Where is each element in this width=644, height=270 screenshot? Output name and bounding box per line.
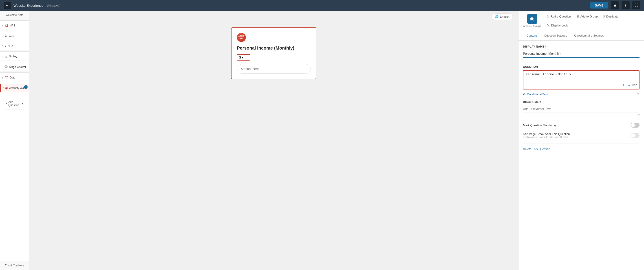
amount-input[interactable] <box>237 64 310 73</box>
panel-header: ◉ | Amount / Value ⊘ Retire Question ⊞ A… <box>518 11 644 31</box>
top-bar: ← Website Experience (Unsaved) SAVE 🖥 ⋮ … <box>0 0 644 11</box>
sidebar-item-single-answer[interactable]: 5 Ⓐ Single Answer <box>0 63 29 71</box>
monitor-button[interactable]: 🖥 <box>611 1 619 9</box>
panel-content: DISPLAY NAME* 2 QUESTION Personal Income… <box>518 41 644 270</box>
add-icon: + <box>6 102 8 105</box>
panel-tabs: Content Question Settings Questionnaire … <box>518 31 644 41</box>
question-char-counter: 25 <box>637 92 640 95</box>
item-number-1: 1 <box>2 24 3 27</box>
header-actions: ⊘ Retire Question ⊞ Add to Group ⎘ Dupli… <box>546 14 640 27</box>
company-logo: ACMEDemo <box>237 33 246 42</box>
add-question-wrapper: + Add Question ▾ <box>0 94 29 113</box>
duplicate-label: Duplicate <box>606 15 618 18</box>
smiley-label: Smiley <box>9 55 17 58</box>
tab-question-settings[interactable]: Question Settings <box>540 31 571 40</box>
tab-content[interactable]: Content <box>523 31 540 40</box>
mandatory-toggle[interactable] <box>630 123 640 128</box>
sidebar-item-thankyou[interactable]: Thank You Note <box>0 261 29 270</box>
sidebar-item-ces[interactable]: 2 ★ CES <box>0 32 29 40</box>
add-question-button[interactable]: + Add Question ▾ <box>4 98 25 109</box>
currency-dropdown-icon: ▾ <box>242 56 244 59</box>
logo-text: ACMEDemo <box>238 35 244 40</box>
sidebar-item-welcome[interactable]: Welcome Note <box>0 11 29 19</box>
conditional-text-label: Conditional Text <box>527 93 548 96</box>
page-break-sublabel: Enable paged layout to add Page Breaks <box>523 136 570 138</box>
question-input-actions: ↻ ☁ IVR <box>526 83 637 87</box>
sidebar-item-csat[interactable]: 3 ♥ CSAT <box>0 42 29 50</box>
conditional-text-button[interactable]: ⚙ Conditional Text <box>523 93 548 96</box>
display-logic-icon: ⛏ <box>546 23 550 27</box>
ces-label: CES <box>9 34 14 37</box>
preview-card: ACMEDemo Personal Income (Monthly) $ ▾ <box>231 27 316 79</box>
required-asterisk: * <box>545 45 546 48</box>
display-name-group: DISPLAY NAME* 2 <box>523 45 640 61</box>
right-panel: ◉ | Amount / Value ⊘ Retire Question ⊞ A… <box>518 11 644 270</box>
ivr-label[interactable]: IVR <box>632 84 637 87</box>
csat-icon: ♥ <box>4 44 6 48</box>
refresh-icon[interactable]: ↻ <box>623 83 626 87</box>
tab-questionnaire-settings[interactable]: Questionnaire Settings <box>570 31 608 40</box>
item-number-5: 5 <box>2 66 3 68</box>
date-icon: 📅 <box>4 76 8 79</box>
monitor-icon: 🖥 <box>613 3 616 7</box>
retire-icon: ⊘ <box>546 14 549 18</box>
page-break-label-group: Add Page Break After This Question Enabl… <box>523 132 570 138</box>
preview-toolbar: 🌐 English <box>29 11 518 23</box>
question-input[interactable]: Personal Income (Monthly) <box>526 72 637 81</box>
page-title: Website Experience <box>14 3 43 7</box>
welcome-note-label: Welcome Note <box>6 13 23 16</box>
item-number-6: 6 <box>2 76 3 79</box>
page-break-label: Add Page Break After This Question <box>523 132 570 136</box>
amount-badge-icon: ◉ <box>530 16 534 22</box>
add-question-chevron: ▾ <box>22 102 23 105</box>
sidebar: Welcome Note 1 📊 NPS 2 ★ CES 3 ♥ CSAT 4 … <box>0 11 29 270</box>
disclaimer-input[interactable] <box>523 105 640 113</box>
menu-icon: ⋮ <box>624 3 628 8</box>
question-label: QUESTION <box>523 65 640 68</box>
sidebar-item-amount-value[interactable]: 7 ◉ Amount / Value + <box>0 84 29 92</box>
sidebar-item-smiley[interactable]: 4 ☺ Smiley <box>0 52 29 61</box>
unsaved-label: (Unsaved) <box>47 4 60 7</box>
csat-label: CSAT <box>8 45 14 48</box>
currency-symbol: $ <box>239 56 241 59</box>
thankyou-label: Thank You Note <box>5 264 24 267</box>
display-name-counter: 2 <box>523 58 640 61</box>
gear-icon: ⚙ <box>523 93 526 96</box>
add-plus-icon: + <box>24 85 28 89</box>
nps-label: NPS <box>10 24 15 27</box>
question-group: QUESTION Personal Income (Monthly) ↻ ☁ I… <box>523 65 640 96</box>
add-question-label: Add Question <box>8 100 21 107</box>
retire-action[interactable]: ⊘ Retire Question <box>546 14 571 18</box>
save-button[interactable]: SAVE <box>590 2 608 8</box>
badge-divider-line: | <box>536 18 536 20</box>
currency-selector[interactable]: $ ▾ <box>237 54 250 60</box>
menu-button[interactable]: ⋮ <box>622 1 630 9</box>
disclaimer-label: DISCLAIMER <box>523 100 640 104</box>
ces-icon: ★ <box>4 34 8 38</box>
language-button[interactable]: 🌐 English <box>492 13 513 20</box>
page-break-toggle[interactable] <box>630 133 640 138</box>
back-button[interactable]: ← <box>4 2 11 9</box>
tree-button[interactable]: ⛶ <box>632 1 640 9</box>
add-group-icon: ⊞ <box>576 14 579 18</box>
sidebar-item-nps[interactable]: 1 📊 NPS <box>0 21 29 30</box>
cloud-icon[interactable]: ☁ <box>628 83 630 87</box>
display-logic-action[interactable]: ⛏ Display Logic <box>546 23 568 27</box>
tree-icon: ⛶ <box>634 3 638 7</box>
amount-value-icon: ◉ <box>5 86 8 90</box>
question-type-badge: ◉ | <box>527 14 537 24</box>
add-to-group-action[interactable]: ⊞ Add to Group <box>576 14 598 18</box>
main-layout: Welcome Note 1 📊 NPS 2 ★ CES 3 ♥ CSAT 4 … <box>0 11 644 270</box>
disclaimer-group: DISCLAIMER 0 <box>523 100 640 116</box>
sidebar-item-date[interactable]: 6 📅 Date <box>0 73 29 82</box>
single-answer-label: Single Answer <box>9 65 26 69</box>
delete-question-button[interactable]: Delete This Question <box>523 144 640 154</box>
preview-area: 🌐 English ACMEDemo Personal Income (Mont… <box>29 11 518 270</box>
question-type-container: ◉ | Amount / Value <box>523 14 541 28</box>
smiley-icon: ☺ <box>4 55 8 58</box>
display-name-input[interactable] <box>523 50 640 58</box>
page-break-toggle-row: Add Page Break After This Question Enabl… <box>523 130 640 141</box>
amount-value-label: Amount / Value <box>9 87 26 89</box>
duplicate-action[interactable]: ⎘ Duplicate <box>603 14 618 18</box>
item-number-2: 2 <box>2 34 3 37</box>
